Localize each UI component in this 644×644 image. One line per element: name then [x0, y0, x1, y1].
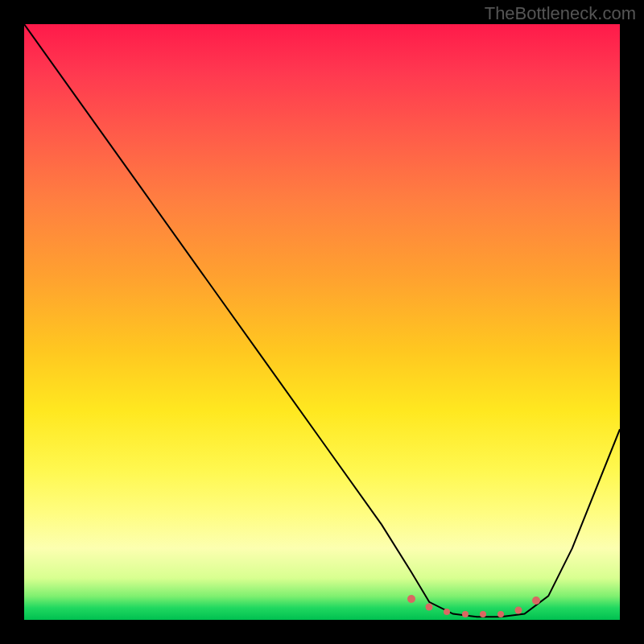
chart-curve-svg	[24, 24, 620, 620]
watermark-text: TheBottleneck.com	[485, 3, 636, 24]
chart-plot-area	[24, 24, 620, 620]
chart-curve-path	[24, 24, 620, 617]
